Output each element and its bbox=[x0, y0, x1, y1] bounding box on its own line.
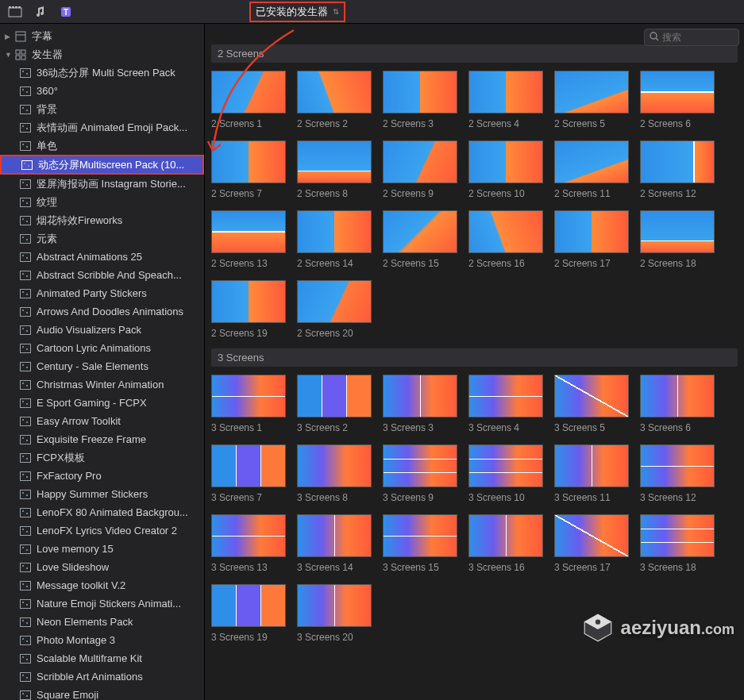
sidebar-item[interactable]: Animated Party Stickers bbox=[0, 284, 204, 302]
generator-thumbnail[interactable]: 2 Screens 16 bbox=[468, 210, 543, 269]
sidebar-item[interactable]: Neon Elements Pack bbox=[0, 613, 204, 631]
disclosure-triangle-icon[interactable]: ▼ bbox=[5, 51, 14, 59]
sidebar-category-字幕[interactable]: ▶字幕 bbox=[0, 27, 204, 45]
generator-thumbnail[interactable]: 2 Screens 18 bbox=[640, 210, 715, 269]
generator-thumbnail[interactable]: 2 Screens 3 bbox=[383, 71, 457, 129]
generator-thumbnail[interactable]: 3 Screens 6 bbox=[640, 375, 715, 433]
sidebar-item[interactable]: Happy Summer Stickers bbox=[0, 485, 204, 503]
generator-thumbnail[interactable]: 2 Screens 1 bbox=[211, 71, 286, 129]
sidebar-item[interactable]: Cartoon Lyric Animations bbox=[0, 339, 204, 357]
generators-browser-icon[interactable]: T bbox=[57, 3, 75, 21]
generator-thumbnail[interactable]: 2 Screens 20 bbox=[297, 280, 372, 339]
sidebar-item[interactable]: E Sport Gaming - FCPX bbox=[0, 394, 204, 412]
thumbnail-label: 2 Screens 5 bbox=[554, 118, 629, 129]
audio-browser-icon[interactable] bbox=[32, 3, 49, 21]
thumbnail-preview bbox=[297, 140, 372, 183]
search-input[interactable] bbox=[662, 32, 726, 43]
svg-point-86 bbox=[26, 494, 28, 496]
svg-point-83 bbox=[26, 476, 28, 478]
generator-thumbnail[interactable]: 3 Screens 4 bbox=[468, 375, 543, 433]
sidebar-item[interactable]: Scalable Multiframe Kit bbox=[0, 649, 204, 667]
sidebar-item-label: 元素 bbox=[37, 232, 57, 246]
generator-thumbnail[interactable]: 2 Screens 14 bbox=[297, 210, 372, 269]
sidebar-item[interactable]: Love Slideshow bbox=[0, 558, 204, 576]
thumbnail-label: 2 Screens 11 bbox=[554, 188, 629, 199]
thumbnail-label: 2 Screens 20 bbox=[297, 328, 372, 339]
sidebar-item[interactable]: LenoFX 80 Animated Backgrou... bbox=[0, 503, 204, 521]
sidebar-item[interactable]: Message toolkit V.2 bbox=[0, 576, 204, 594]
generator-thumbnail[interactable]: 3 Screens 19 bbox=[211, 584, 286, 643]
sidebar-item[interactable]: Abstract Scribble And Speach... bbox=[0, 266, 204, 284]
generator-thumbnail[interactable]: 3 Screens 3 bbox=[383, 375, 457, 433]
sidebar-category-发生器[interactable]: ▼发生器 bbox=[0, 45, 204, 63]
svg-point-85 bbox=[22, 492, 24, 494]
thumbnail-preview bbox=[554, 444, 629, 487]
sidebar-item[interactable]: 360° bbox=[0, 82, 204, 100]
generator-thumbnail[interactable]: 2 Screens 6 bbox=[640, 71, 715, 129]
generator-thumbnail[interactable]: 3 Screens 5 bbox=[554, 375, 629, 433]
generator-thumbnail[interactable]: 3 Screens 1 bbox=[211, 375, 286, 433]
thumbnail-label: 2 Screens 14 bbox=[297, 258, 372, 269]
sidebar-item[interactable]: LenoFX Lyrics Video Creator 2 bbox=[0, 521, 204, 540]
generator-thumbnail[interactable]: 2 Screens 7 bbox=[211, 140, 286, 199]
sidebar-item[interactable]: 元素 bbox=[0, 229, 204, 248]
generator-thumbnail[interactable]: 3 Screens 10 bbox=[468, 444, 543, 503]
sidebar-item[interactable]: Audio Visualizers Pack bbox=[0, 321, 204, 339]
sidebar-item[interactable]: 竖屏海报动画 Instagram Storie... bbox=[0, 175, 204, 193]
installed-generators-dropdown[interactable]: 已安装的发生器 ⇅ bbox=[249, 2, 345, 22]
generator-thumbnail[interactable]: 3 Screens 8 bbox=[297, 444, 372, 503]
svg-rect-84 bbox=[21, 490, 31, 498]
sidebar-item[interactable]: 单色 bbox=[0, 137, 204, 155]
generator-thumbnail[interactable]: 2 Screens 15 bbox=[383, 210, 457, 269]
sidebar-item[interactable]: 36动态分屏 Multi Screen Pack bbox=[0, 63, 204, 82]
disclosure-triangle-icon[interactable]: ▶ bbox=[5, 33, 14, 40]
watermark: aeziyuan.com bbox=[581, 611, 734, 644]
sidebar-item[interactable]: Abstract Animations 25 bbox=[0, 248, 204, 266]
generator-thumbnail[interactable]: 3 Screens 2 bbox=[297, 375, 372, 433]
sidebar-item[interactable]: 表情动画 Animated Emoji Pack... bbox=[0, 118, 204, 137]
search-field[interactable] bbox=[644, 29, 739, 46]
generator-thumbnail[interactable]: 2 Screens 17 bbox=[554, 210, 629, 269]
generator-thumbnail[interactable]: 3 Screens 9 bbox=[383, 444, 457, 503]
sidebar-item[interactable]: Christmas Winter Animation bbox=[0, 375, 204, 394]
generator-thumbnail[interactable]: 2 Screens 10 bbox=[468, 140, 543, 199]
generator-thumbnail[interactable]: 2 Screens 19 bbox=[211, 280, 286, 339]
generator-thumbnail[interactable]: 2 Screens 4 bbox=[468, 71, 543, 129]
generator-thumbnail[interactable]: 3 Screens 14 bbox=[297, 514, 372, 573]
generator-thumbnail[interactable]: 2 Screens 5 bbox=[554, 71, 629, 129]
generator-thumbnail[interactable]: 3 Screens 16 bbox=[468, 514, 543, 573]
svg-point-98 bbox=[26, 567, 28, 569]
sidebar-item[interactable]: Nature Emoji Stickers Animati... bbox=[0, 594, 204, 613]
sidebar-item[interactable]: Easy Arrow Toolkit bbox=[0, 412, 204, 430]
generator-thumbnail[interactable]: 3 Screens 13 bbox=[211, 514, 286, 573]
generator-thumbnail[interactable]: 3 Screens 17 bbox=[554, 514, 629, 573]
sidebar-item[interactable]: Century - Sale Elements bbox=[0, 357, 204, 375]
sidebar-item[interactable]: FxFactory Pro bbox=[0, 467, 204, 485]
generator-thumbnail[interactable]: 2 Screens 2 bbox=[297, 71, 372, 129]
sidebar-item[interactable]: 烟花特效Fireworks bbox=[0, 211, 204, 229]
generator-thumbnail[interactable]: 2 Screens 8 bbox=[297, 140, 372, 199]
generator-thumbnail[interactable]: 2 Screens 9 bbox=[383, 140, 457, 199]
generator-thumbnail[interactable]: 2 Screens 12 bbox=[640, 140, 715, 199]
generator-thumbnail[interactable]: 3 Screens 18 bbox=[640, 514, 715, 573]
sidebar-item[interactable]: Square Emoji bbox=[0, 686, 204, 700]
sidebar-item[interactable]: Scribble Art Animations bbox=[0, 667, 204, 686]
generator-thumbnail[interactable]: 3 Screens 11 bbox=[554, 444, 629, 503]
sidebar-item[interactable]: Photo Montage 3 bbox=[0, 631, 204, 649]
generator-thumbnail[interactable]: 2 Screens 11 bbox=[554, 140, 629, 199]
sidebar-item[interactable]: FCPX模板 bbox=[0, 448, 204, 467]
generator-thumbnail[interactable]: 3 Screens 15 bbox=[383, 514, 457, 573]
sidebar-item[interactable]: Love memory 15 bbox=[0, 540, 204, 558]
svg-rect-14 bbox=[21, 56, 25, 60]
generator-thumbnail[interactable]: 3 Screens 12 bbox=[640, 444, 715, 503]
sidebar-item[interactable]: 背景 bbox=[0, 100, 204, 118]
generator-thumbnail[interactable]: 3 Screens 7 bbox=[211, 444, 286, 503]
sidebar-item[interactable]: Arrows And Doodles Animations bbox=[0, 302, 204, 321]
sidebar-item[interactable]: 动态分屏Multiscreen Pack (10... bbox=[0, 155, 204, 175]
sidebar-item-label: Scalable Multiframe Kit bbox=[37, 652, 142, 664]
titles-browser-icon[interactable] bbox=[6, 3, 24, 21]
generator-thumbnail[interactable]: 2 Screens 13 bbox=[211, 210, 286, 269]
generator-thumbnail[interactable]: 3 Screens 20 bbox=[297, 584, 372, 643]
sidebar-item[interactable]: Exquisite Freeze Frame bbox=[0, 430, 204, 448]
sidebar-item[interactable]: 纹理 bbox=[0, 193, 204, 211]
